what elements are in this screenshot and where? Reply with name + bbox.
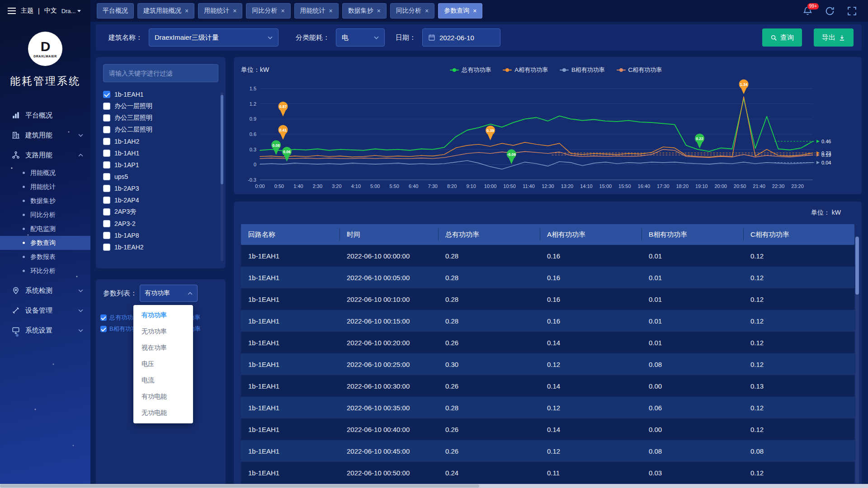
sidebar-subitem-yoy-analysis[interactable]: 同比分析 <box>0 208 90 222</box>
sidebar-item-building-energy[interactable]: 建筑用能 <box>0 125 90 145</box>
checkbox[interactable] <box>103 91 110 98</box>
param-option-1[interactable]: 无功功率 <box>133 324 193 340</box>
tab-energy-stats-2[interactable]: 用能统计× <box>294 3 339 19</box>
param-select[interactable]: 有功功率 <box>140 285 198 302</box>
tab-platform-overview[interactable]: 平台概况 <box>97 3 134 19</box>
building-name-label: 建筑名称： <box>108 33 142 42</box>
sidebar-subitem-energy-stats[interactable]: 用能统计 <box>0 180 90 194</box>
tab-energy-stats[interactable]: 用能统计× <box>198 3 242 19</box>
checkbox[interactable] <box>103 138 110 145</box>
circuit-item-0[interactable]: 1b-1EAH1 <box>103 89 218 100</box>
param-option-6[interactable]: 无功电能 <box>133 405 193 421</box>
checkbox[interactable] <box>103 197 110 204</box>
tab-close-icon[interactable]: × <box>473 8 476 14</box>
tab-yoy-analysis-2[interactable]: 同比分析× <box>390 3 434 19</box>
language-label[interactable]: 中文 <box>44 7 57 15</box>
dashboard-icon <box>12 111 20 119</box>
circuit-item-label: 1b-1EAH2 <box>114 244 144 251</box>
tab-close-icon[interactable]: × <box>281 8 284 14</box>
param-option-5[interactable]: 有功电能 <box>133 389 193 405</box>
table-cell: 2022-06-10 00:50:00 <box>340 469 438 477</box>
svg-text:15:00: 15:00 <box>599 183 612 189</box>
tab-yoy-analysis[interactable]: 同比分析× <box>246 3 290 19</box>
circuit-search-input[interactable] <box>103 64 218 82</box>
circuit-item-13[interactable]: 1b-1EAH2 <box>103 241 218 253</box>
theme-label[interactable]: 主题 <box>21 7 33 15</box>
legend-item-phase-a-active-power[interactable]: A相有功功率 <box>503 66 548 74</box>
checkbox[interactable] <box>103 232 110 239</box>
tab-building-energy-overview[interactable]: 建筑用能概况× <box>137 3 194 19</box>
circuit-item-8[interactable]: 1b-2AP3 <box>103 183 218 194</box>
svg-text:22:30: 22:30 <box>772 183 785 189</box>
tab-close-icon[interactable]: × <box>185 8 189 14</box>
category-select[interactable]: 电 <box>336 28 385 47</box>
checkbox[interactable] <box>103 126 110 133</box>
circuit-item-11[interactable]: 2AP3-2 <box>103 218 218 230</box>
sidebar-subitem-power-monitor[interactable]: 配电监测 <box>0 222 90 236</box>
checkbox[interactable] <box>103 150 110 157</box>
circuit-item-12[interactable]: 1b-1AP8 <box>103 230 218 241</box>
building-select[interactable]: DraexImaier三级计量 <box>149 28 278 47</box>
sidebar-item-system-settings[interactable]: 系统设置 <box>0 320 90 340</box>
sidebar-subitem-param-query[interactable]: 参数查询 <box>0 236 90 250</box>
circuit-item-9[interactable]: 1b-2AP4 <box>103 194 218 206</box>
table-header-row: 回路名称时间总有功功率A相有功功率B相有功功率C相有功功率 <box>241 224 854 245</box>
horizontal-scrollbar[interactable] <box>0 484 868 488</box>
sidebar-item-device-management[interactable]: 设备管理 <box>0 300 90 320</box>
query-button[interactable]: 查询 <box>762 28 802 47</box>
tab-close-icon[interactable]: × <box>425 8 429 14</box>
param-option-4[interactable]: 电流 <box>133 372 193 389</box>
sidebar-item-platform-overview[interactable]: 平台概况 <box>0 105 90 125</box>
sidebar-item-branch-energy[interactable]: 支路用能 <box>0 145 90 165</box>
sidebar-subitem-mom-analysis[interactable]: 环比分析 <box>0 264 90 278</box>
hamburger-icon[interactable] <box>7 7 16 14</box>
sidebar-subitem-data-collection[interactable]: 数据集抄 <box>0 194 90 208</box>
svg-text:2:30: 2:30 <box>313 183 322 189</box>
circuit-item-1[interactable]: 办公一层照明 <box>103 100 218 112</box>
sidebar-subitem-param-report[interactable]: 参数报表 <box>0 250 90 264</box>
circuit-item-2[interactable]: 办公三层照明 <box>103 112 218 124</box>
checkbox[interactable] <box>103 161 110 169</box>
legend-item-total-active-power[interactable]: 总有功功率 <box>450 66 491 74</box>
checkbox[interactable] <box>103 173 110 180</box>
checkbox[interactable] <box>103 103 110 110</box>
param-option-0[interactable]: 有功功率 <box>133 307 193 324</box>
circuit-item-10[interactable]: 2AP3旁 <box>103 206 218 218</box>
checkbox[interactable] <box>100 314 107 321</box>
circuit-item-3[interactable]: 办公二层照明 <box>103 124 218 136</box>
circuit-item-4[interactable]: 1b-1AH2 <box>103 136 218 147</box>
fullscreen-icon[interactable] <box>847 6 857 16</box>
date-picker[interactable]: 2022-06-10 <box>422 28 500 47</box>
legend-item-phase-c-active-power[interactable]: C相有功功率 <box>617 66 662 74</box>
tab-close-icon[interactable]: × <box>233 8 236 14</box>
checkbox[interactable] <box>103 185 110 192</box>
param-option-3[interactable]: 电压 <box>133 356 193 372</box>
checkbox[interactable] <box>103 208 110 216</box>
svg-text:-0.3: -0.3 <box>248 177 256 183</box>
table-header-cell: C相有功功率 <box>743 224 854 245</box>
checkbox[interactable] <box>103 220 110 227</box>
table-cell: 1b-1EAH1 <box>241 339 340 347</box>
table-cell: 0.12 <box>540 447 642 455</box>
horizontal-scrollbar-thumb[interactable] <box>0 484 479 488</box>
sidebar-item-system-monitor[interactable]: 系统检测 <box>0 281 90 300</box>
sidebar-subitem-energy-overview[interactable]: 用能概况 <box>0 166 90 180</box>
checkbox[interactable] <box>103 114 110 122</box>
circuit-item-5[interactable]: 1b-1AH1 <box>103 147 218 159</box>
param-option-2[interactable]: 视在功率 <box>133 340 193 356</box>
bell-icon[interactable]: 99+ <box>802 6 813 16</box>
circuit-scrollbar-thumb[interactable] <box>221 95 223 184</box>
tab-close-icon[interactable]: × <box>329 8 333 14</box>
brand-selector[interactable]: Dra... <box>61 8 81 14</box>
circuit-item-7[interactable]: ups5 <box>103 171 218 183</box>
checkbox[interactable] <box>100 326 107 332</box>
table-scrollbar-thumb[interactable] <box>855 237 859 295</box>
legend-item-phase-b-active-power[interactable]: B相有功功率 <box>560 66 605 74</box>
tab-param-query[interactable]: 参数查询× <box>438 3 482 19</box>
tab-close-icon[interactable]: × <box>377 8 381 14</box>
checkbox[interactable] <box>103 244 110 251</box>
export-button[interactable]: 导出 <box>814 28 854 47</box>
refresh-icon[interactable] <box>825 6 835 16</box>
tab-data-collection[interactable]: 数据集抄× <box>342 3 387 19</box>
circuit-item-6[interactable]: 1b-1AP1 <box>103 159 218 171</box>
